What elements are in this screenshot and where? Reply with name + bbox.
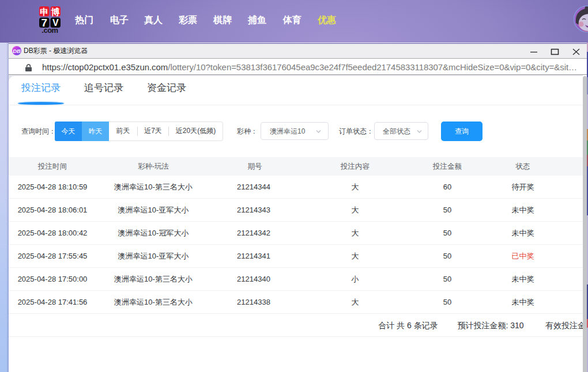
svg-text:博: 博 xyxy=(51,7,60,17)
svg-text:DB: DB xyxy=(13,48,21,54)
svg-text:.com: .com xyxy=(42,26,58,33)
svg-text:申: 申 xyxy=(40,7,48,17)
